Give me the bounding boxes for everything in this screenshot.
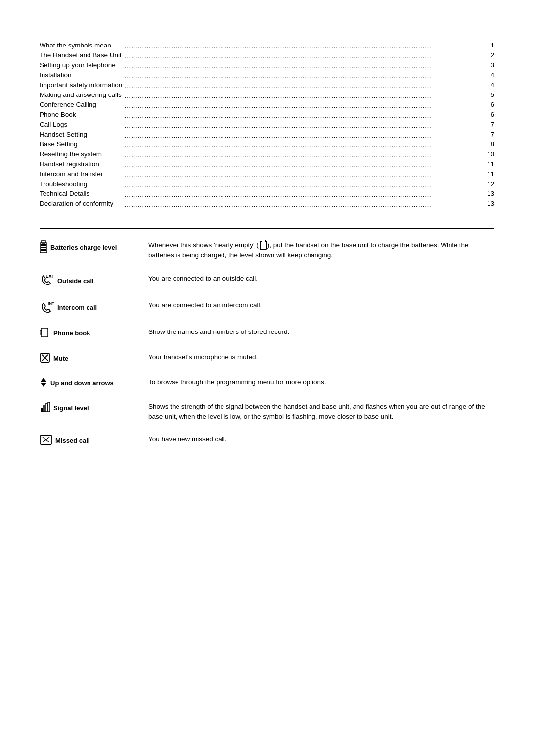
toc-page: 3	[481, 60, 494, 70]
toc-title: Making and answering calls	[40, 90, 122, 99]
toc-page: 4	[481, 70, 494, 80]
toc-title: Intercom and transfer	[40, 169, 122, 179]
signal-level-icon	[40, 402, 50, 414]
symbol-label-missed-call: Missed call	[55, 437, 89, 444]
toc-page: 4	[481, 80, 494, 90]
toc-row: The Handset and Base Unit…………………………………………	[40, 50, 494, 60]
toc-title: Declaration of conformity	[40, 198, 122, 208]
symbol-row-battery: Batteries charge levelWhenever this show…	[40, 236, 494, 269]
toc-title: Phone Book	[40, 109, 122, 119]
mute-icon	[40, 352, 50, 365]
symbol-description-mute: Your handset's microphone is muted.	[148, 347, 494, 373]
svg-rect-15	[43, 406, 45, 412]
symbol-cell-signal-level: Signal level	[40, 397, 148, 430]
toc-title: Handset Setting	[40, 129, 122, 139]
toc-dots: ……………………………………………………………………………………………………………	[122, 70, 481, 80]
symbol-label-intercom-call: Intercom call	[57, 303, 97, 311]
toc-row: Making and answering calls………………………………………	[40, 90, 494, 99]
toc-page: 11	[481, 159, 494, 169]
toc-row: Installation……………………………………………………………………………	[40, 70, 494, 80]
phone-book-icon	[40, 327, 50, 339]
symbol-row-outside-call: EXT Outside callYou are connected to an …	[40, 269, 494, 295]
symbol-label-mute: Mute	[53, 355, 68, 362]
contents-section: What the symbols mean……………………………………………………	[40, 33, 494, 208]
svg-marker-12	[41, 378, 46, 382]
toc-dots: ……………………………………………………………………………………………………………	[122, 60, 481, 70]
toc-page: 7	[481, 119, 494, 129]
svg-rect-17	[48, 402, 50, 412]
toc-row: Conference Calling……………………………………………………………	[40, 99, 494, 109]
toc-row: Handset registration………………………………………………………	[40, 159, 494, 169]
symbol-description-signal-level: Shows the strength of the signal between…	[148, 397, 494, 430]
symbol-description-outside-call: You are connected to an outside call.	[148, 269, 494, 295]
symbol-label-battery: Batteries charge level	[50, 244, 117, 251]
symbol-row-signal-level: Signal levelShows the strength of the si…	[40, 397, 494, 430]
toc-row: Base Setting……………………………………………………………………………	[40, 139, 494, 149]
symbol-cell-up-down-arrows: Up and down arrows	[40, 373, 148, 397]
battery-icon	[40, 240, 47, 255]
toc-title: Base Setting	[40, 139, 122, 149]
toc-page: 13	[481, 189, 494, 198]
symbol-cell-mute: Mute	[40, 347, 148, 373]
toc-title: Handset registration	[40, 159, 122, 169]
toc-page: 7	[481, 129, 494, 139]
toc-title: Conference Calling	[40, 99, 122, 109]
toc-dots: ……………………………………………………………………………………………………………	[122, 159, 481, 169]
toc-dots: ……………………………………………………………………………………………………………	[122, 80, 481, 90]
symbol-label-outside-call: Outside call	[57, 277, 94, 284]
toc-page: 8	[481, 139, 494, 149]
toc-page: 2	[481, 50, 494, 60]
symbol-cell-phone-book: Phone book	[40, 322, 148, 347]
toc-row: Call Logs……………………………………………………………………………………	[40, 119, 494, 129]
symbol-cell-missed-call: Missed call	[40, 429, 148, 455]
toc-row: What the symbols mean……………………………………………………	[40, 40, 494, 50]
toc-title: Technical Details	[40, 189, 122, 198]
svg-rect-14	[41, 408, 43, 412]
svg-rect-2	[41, 244, 46, 246]
toc-page: 11	[481, 169, 494, 179]
symbol-description-intercom-call: You are connected to an intercom call.	[148, 295, 494, 322]
svg-rect-16	[45, 404, 47, 412]
symbols-divider	[40, 228, 494, 229]
symbol-row-intercom-call: INT Intercom callYou are connected to an…	[40, 295, 494, 322]
toc-dots: ……………………………………………………………………………………………………………	[122, 40, 481, 50]
toc-dots: ……………………………………………………………………………………………………………	[122, 119, 481, 129]
toc-page: 13	[481, 198, 494, 208]
symbol-description-battery: Whenever this shows 'nearly empty' (), p…	[148, 236, 494, 269]
symbol-cell-intercom-call: INT Intercom call	[40, 295, 148, 322]
page-container: What the symbols mean……………………………………………………	[40, 30, 494, 474]
inline-battery-icon	[260, 241, 267, 250]
toc-row: Handset Setting……………………………………………………………………	[40, 129, 494, 139]
contents-divider	[40, 33, 494, 33]
toc-dots: ……………………………………………………………………………………………………………	[122, 149, 481, 159]
missed-call-icon	[40, 434, 52, 447]
symbol-description-missed-call: You have new missed call.	[148, 429, 494, 455]
svg-rect-3	[41, 247, 46, 248]
toc-row: Setting up your telephone…………………………………………	[40, 60, 494, 70]
toc-title: Call Logs	[40, 119, 122, 129]
svg-rect-5	[41, 328, 48, 337]
intercom-call-icon: INT	[40, 300, 54, 314]
toc-title: Troubleshooting	[40, 179, 122, 189]
table-of-contents: What the symbols mean……………………………………………………	[40, 40, 494, 208]
toc-title: Installation	[40, 70, 122, 80]
toc-page: 12	[481, 179, 494, 189]
symbol-label-up-down-arrows: Up and down arrows	[50, 379, 114, 387]
symbol-label-signal-level: Signal level	[53, 404, 89, 412]
outside-call-icon: EXT	[40, 274, 54, 287]
toc-page: 5	[481, 90, 494, 99]
toc-row: Important safety information…………………………………	[40, 80, 494, 90]
toc-page: 6	[481, 109, 494, 119]
toc-dots: ……………………………………………………………………………………………………………	[122, 129, 481, 139]
toc-title: What the symbols mean	[40, 40, 122, 50]
toc-page: 6	[481, 99, 494, 109]
toc-row: Declaration of conformity…………………………………………	[40, 198, 494, 208]
toc-dots: ……………………………………………………………………………………………………………	[122, 50, 481, 60]
symbol-cell-battery: Batteries charge level	[40, 236, 148, 269]
toc-dots: ……………………………………………………………………………………………………………	[122, 99, 481, 109]
toc-row: Phone Book…………………………………………………………………………………	[40, 109, 494, 119]
toc-row: Resetting the system………………………………………………………	[40, 149, 494, 159]
toc-title: Setting up your telephone	[40, 60, 122, 70]
symbol-row-up-down-arrows: Up and down arrowsTo browse through the …	[40, 373, 494, 397]
toc-title: Important safety information	[40, 80, 122, 90]
